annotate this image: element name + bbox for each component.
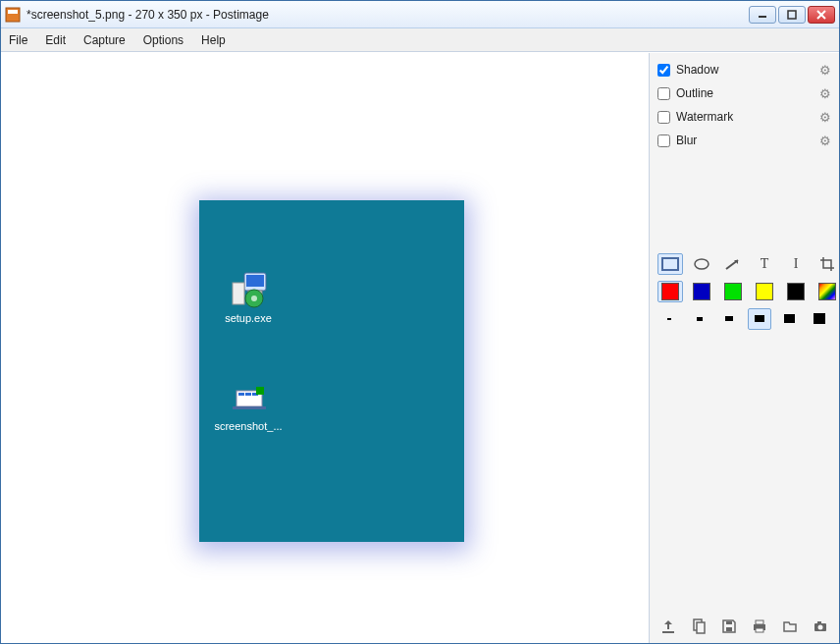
- window-title: *screenshot_5.png - 270 x 350 px - Posti…: [26, 8, 749, 22]
- minimize-icon: [758, 10, 767, 20]
- menu-capture[interactable]: Capture: [83, 33, 126, 47]
- svg-rect-31: [817, 621, 821, 623]
- copy-button[interactable]: [688, 616, 710, 637]
- sidebar: Shadow ⚙ Outline ⚙ Watermark ⚙ Blur ⚙: [649, 53, 839, 643]
- camera-icon: [813, 618, 828, 634]
- svg-rect-1: [8, 10, 18, 14]
- maximize-button[interactable]: [778, 6, 806, 24]
- close-icon: [816, 10, 826, 20]
- tool-crop[interactable]: [814, 253, 840, 275]
- gear-icon[interactable]: ⚙: [819, 86, 831, 101]
- svg-point-30: [817, 625, 822, 630]
- upload-icon: [660, 618, 676, 634]
- bottom-toolbar: [657, 606, 831, 637]
- menu-file[interactable]: File: [9, 33, 27, 47]
- desktop-icon-screenshot-label: screenshot_...: [209, 420, 288, 432]
- copy-icon: [691, 618, 707, 634]
- line-icon: I: [794, 256, 799, 272]
- desktop-icon-setup-label: setup.exe: [209, 312, 288, 324]
- shape-tools: T I: [657, 253, 831, 275]
- thickness-5[interactable]: [777, 308, 802, 330]
- svg-rect-23: [697, 622, 705, 633]
- app-icon: [5, 7, 21, 23]
- swatch-black[interactable]: [783, 281, 809, 302]
- gear-icon[interactable]: ⚙: [819, 110, 831, 125]
- checkbox-shadow[interactable]: [657, 64, 670, 77]
- svg-rect-7: [246, 275, 264, 287]
- svg-rect-24: [726, 627, 732, 631]
- setup-exe-icon: [227, 269, 270, 308]
- effect-watermark[interactable]: Watermark ⚙: [657, 106, 831, 128]
- maximize-icon: [787, 10, 797, 20]
- swatch-green[interactable]: [720, 281, 746, 302]
- checkbox-outline[interactable]: [657, 87, 670, 100]
- label-shadow: Shadow: [676, 63, 819, 77]
- thickness-2[interactable]: [688, 308, 712, 330]
- swatch-yellow[interactable]: [752, 281, 777, 302]
- tool-line[interactable]: I: [783, 253, 809, 275]
- canvas-area[interactable]: setup.exe screenshot_...: [1, 53, 649, 643]
- effect-blur[interactable]: Blur ⚙: [657, 130, 831, 151]
- canvas-image[interactable]: setup.exe screenshot_...: [199, 200, 464, 542]
- desktop-icon-screenshot: screenshot_...: [209, 377, 288, 432]
- text-icon: T: [761, 256, 769, 272]
- thickness-6[interactable]: [808, 308, 832, 330]
- save-button[interactable]: [718, 616, 741, 637]
- effect-shadow[interactable]: Shadow ⚙: [657, 59, 831, 80]
- print-icon: [752, 618, 767, 634]
- menu-edit[interactable]: Edit: [45, 33, 66, 47]
- crop-icon: [819, 256, 835, 272]
- swatch-rainbow[interactable]: [814, 281, 840, 302]
- svg-rect-28: [756, 628, 763, 632]
- thickness-4[interactable]: [748, 308, 772, 330]
- ellipse-icon: [693, 257, 710, 271]
- screenshot-file-icon: [227, 377, 270, 416]
- window-controls: [749, 6, 835, 24]
- svg-rect-13: [238, 393, 244, 396]
- effect-outline[interactable]: Outline ⚙: [657, 82, 831, 104]
- app-window: *screenshot_5.png - 270 x 350 px - Posti…: [0, 0, 840, 644]
- print-button[interactable]: [749, 616, 771, 637]
- rectangle-icon: [661, 257, 679, 271]
- open-button[interactable]: [778, 616, 801, 637]
- svg-rect-25: [726, 621, 732, 624]
- content: setup.exe screenshot_...: [1, 52, 839, 643]
- camera-button[interactable]: [809, 616, 831, 637]
- arrow-icon: [724, 257, 742, 271]
- gear-icon[interactable]: ⚙: [819, 63, 831, 78]
- svg-rect-16: [256, 387, 264, 395]
- menu-help[interactable]: Help: [201, 33, 226, 47]
- swatch-blue[interactable]: [689, 281, 714, 302]
- titlebar: *screenshot_5.png - 270 x 350 px - Posti…: [1, 1, 839, 28]
- tool-text[interactable]: T: [752, 253, 777, 275]
- close-button[interactable]: [808, 6, 835, 24]
- swatch-red[interactable]: [657, 281, 683, 302]
- label-watermark: Watermark: [676, 110, 819, 124]
- upload-button[interactable]: [657, 616, 680, 637]
- desktop-icon-setup: setup.exe: [209, 269, 288, 324]
- checkbox-watermark[interactable]: [657, 111, 670, 124]
- menubar: File Edit Capture Options Help: [1, 28, 839, 52]
- tool-rectangle[interactable]: [657, 253, 683, 275]
- tool-ellipse[interactable]: [689, 253, 714, 275]
- label-blur: Blur: [676, 134, 819, 147]
- tool-arrow[interactable]: [720, 253, 746, 275]
- thickness-1[interactable]: [657, 308, 682, 330]
- svg-rect-9: [233, 283, 244, 304]
- svg-rect-3: [788, 11, 796, 19]
- svg-rect-14: [245, 393, 251, 396]
- minimize-button[interactable]: [749, 6, 776, 24]
- checkbox-blur[interactable]: [657, 134, 670, 147]
- svg-rect-17: [233, 406, 266, 409]
- label-outline: Outline: [676, 86, 819, 100]
- svg-rect-18: [662, 258, 678, 270]
- svg-rect-26: [756, 620, 763, 624]
- svg-point-19: [695, 259, 709, 269]
- gear-icon[interactable]: ⚙: [819, 134, 831, 148]
- svg-point-11: [251, 295, 257, 301]
- menu-options[interactable]: Options: [143, 33, 184, 47]
- thickness-row: [657, 308, 831, 330]
- thickness-3[interactable]: [717, 308, 742, 330]
- save-icon: [721, 618, 737, 634]
- folder-icon: [782, 618, 798, 634]
